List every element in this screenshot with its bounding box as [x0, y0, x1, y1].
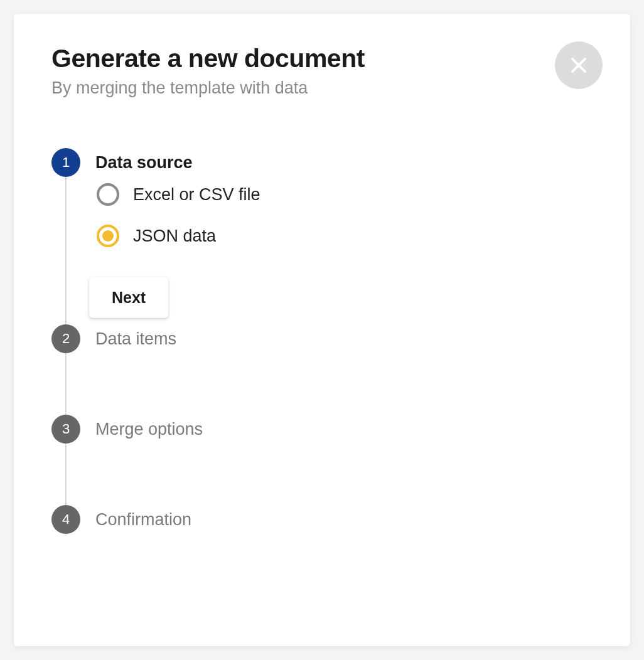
step-content: Excel or CSV file JSON data Next	[67, 177, 260, 324]
step-content-wrapper: Excel or CSV file JSON data Next	[51, 177, 593, 324]
radio-option-excel-csv[interactable]: Excel or CSV file	[97, 183, 260, 206]
step-data-items[interactable]: 2 Data items	[51, 324, 593, 353]
step-connector	[65, 444, 67, 505]
dialog-subtitle: By merging the template with data	[51, 78, 593, 98]
step-number: 4	[62, 511, 70, 528]
next-button[interactable]: Next	[89, 277, 168, 318]
step-number-badge: 1	[51, 148, 80, 177]
step-number: 1	[62, 154, 70, 171]
step-connector	[65, 353, 67, 415]
step-number-badge: 3	[51, 415, 80, 444]
step-number: 2	[62, 331, 70, 347]
data-source-radio-group: Excel or CSV file JSON data	[97, 183, 260, 247]
radio-label: Excel or CSV file	[133, 185, 260, 205]
radio-option-json[interactable]: JSON data	[97, 225, 260, 247]
close-button[interactable]	[555, 41, 603, 89]
radio-icon	[97, 225, 119, 247]
dialog-title: Generate a new document	[51, 44, 593, 73]
step-number: 3	[62, 421, 70, 437]
radio-label: JSON data	[133, 226, 216, 246]
step-number-badge: 2	[51, 324, 80, 353]
radio-icon	[97, 183, 119, 206]
step-label: Merge options	[95, 415, 203, 444]
step-confirmation[interactable]: 4 Confirmation	[51, 505, 593, 534]
step-number-badge: 4	[51, 505, 80, 534]
close-icon	[568, 55, 589, 76]
step-label: Data source	[95, 148, 193, 177]
step-label: Confirmation	[95, 505, 191, 534]
stepper: 1 Data source Excel or CSV file	[51, 148, 593, 534]
step-merge-options[interactable]: 3 Merge options	[51, 415, 593, 444]
generate-document-dialog: Generate a new document By merging the t…	[14, 14, 630, 646]
step-label: Data items	[95, 324, 176, 353]
step-data-source: 1 Data source	[51, 148, 593, 177]
